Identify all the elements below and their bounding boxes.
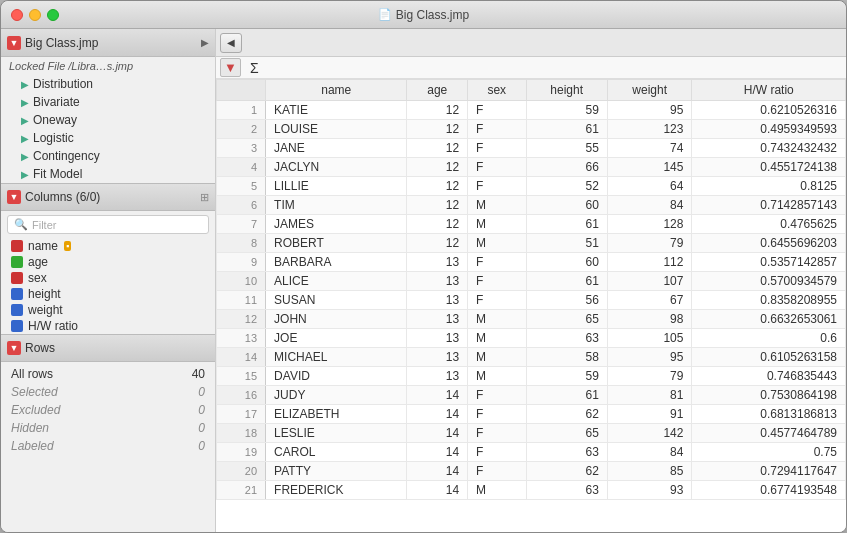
filter-dropdown-icon[interactable]: ▼ (220, 58, 241, 77)
menu-item-logistic[interactable]: ▶ Logistic (1, 129, 215, 147)
row-num-cell: 8 (217, 234, 266, 253)
cell-sex: F (468, 386, 526, 405)
maximize-button[interactable] (47, 9, 59, 21)
cell-age: 12 (407, 158, 468, 177)
sidebar-header-left: ▼ Big Class.jmp (7, 36, 98, 50)
col-header-age[interactable]: age (407, 80, 468, 101)
col-header-height[interactable]: height (526, 80, 607, 101)
row-num-cell: 9 (217, 253, 266, 272)
name-col-icon (11, 240, 23, 252)
data-scroll[interactable]: name age sex height weight H/W ratio 1 K… (216, 79, 846, 532)
cell-hwratio: 0.4577464789 (692, 424, 846, 443)
cell-height: 56 (526, 291, 607, 310)
cell-hwratio: 0.4959349593 (692, 120, 846, 139)
col-item-sex[interactable]: sex (1, 270, 215, 286)
close-button[interactable] (11, 9, 23, 21)
cell-sex: M (468, 234, 526, 253)
col-header-hwratio[interactable]: H/W ratio (692, 80, 846, 101)
menu-item-contingency[interactable]: ▶ Contingency (1, 147, 215, 165)
cell-height: 66 (526, 158, 607, 177)
cell-age: 13 (407, 272, 468, 291)
table-row: 13 JOE 13 M 63 105 0.6 (217, 329, 846, 348)
cell-sex: F (468, 177, 526, 196)
minimize-button[interactable] (29, 9, 41, 21)
excluded-label: Excluded (3, 402, 147, 418)
table-row: 17 ELIZABETH 14 F 62 91 0.6813186813 (217, 405, 846, 424)
cell-hwratio: 0.4765625 (692, 215, 846, 234)
cell-hwratio: 0.6632653061 (692, 310, 846, 329)
table-row: 5 LILLIE 12 F 52 64 0.8125 (217, 177, 846, 196)
cell-height: 65 (526, 310, 607, 329)
cell-hwratio: 0.5357142857 (692, 253, 846, 272)
cell-sex: M (468, 310, 526, 329)
cell-hwratio: 0.6210526316 (692, 101, 846, 120)
cell-name: JOHN (266, 310, 407, 329)
cell-sex: M (468, 329, 526, 348)
menu-item-fitmodel[interactable]: ▶ Fit Model (1, 165, 215, 183)
cell-name: BARBARA (266, 253, 407, 272)
row-num-cell: 10 (217, 272, 266, 291)
table-row: 12 JOHN 13 M 65 98 0.6632653061 (217, 310, 846, 329)
cell-name: JOE (266, 329, 407, 348)
data-toolbar: ◀ (216, 29, 846, 57)
col-item-name[interactable]: name ▪ (1, 238, 215, 254)
columns-collapse-button[interactable]: ▼ (7, 190, 21, 204)
sigma-button[interactable]: Σ (247, 60, 262, 76)
row-num-cell: 5 (217, 177, 266, 196)
cell-age: 14 (407, 462, 468, 481)
columns-filter-box[interactable]: 🔍 Filter (7, 215, 209, 234)
menu-item-oneway[interactable]: ▶ Oneway (1, 111, 215, 129)
cell-name: LOUISE (266, 120, 407, 139)
cell-name: KATIE (266, 101, 407, 120)
cell-sex: M (468, 215, 526, 234)
cell-weight: 85 (607, 462, 692, 481)
cell-age: 12 (407, 196, 468, 215)
cell-weight: 93 (607, 481, 692, 500)
menu-item-distribution[interactable]: ▶ Distribution (1, 75, 215, 93)
cell-age: 12 (407, 234, 468, 253)
col-header-name[interactable]: name (266, 80, 407, 101)
col-item-height[interactable]: height (1, 286, 215, 302)
rows-selected: Selected 0 (3, 384, 213, 400)
col-item-weight[interactable]: weight (1, 302, 215, 318)
cell-name: JACLYN (266, 158, 407, 177)
menu-items: ▶ Distribution ▶ Bivariate ▶ Oneway ▶ Lo… (1, 75, 215, 183)
cell-age: 13 (407, 367, 468, 386)
cell-height: 52 (526, 177, 607, 196)
cell-name: TIM (266, 196, 407, 215)
cell-weight: 91 (607, 405, 692, 424)
row-num-cell: 7 (217, 215, 266, 234)
rows-collapse-button[interactable]: ▼ (7, 341, 21, 355)
main-window: 📄 Big Class.jmp ▼ Big Class.jmp ▶ Locked… (0, 0, 847, 533)
back-button[interactable]: ◀ (220, 33, 242, 53)
allrows-value: 40 (149, 366, 213, 382)
cell-age: 13 (407, 310, 468, 329)
col-item-hwratio[interactable]: H/W ratio (1, 318, 215, 334)
cell-weight: 64 (607, 177, 692, 196)
rows-title: Rows (25, 341, 55, 355)
cell-hwratio: 0.75 (692, 443, 846, 462)
hidden-label: Hidden (3, 420, 147, 436)
rows-labeled: Labeled 0 (3, 438, 213, 454)
col-header-weight[interactable]: weight (607, 80, 692, 101)
cell-age: 13 (407, 291, 468, 310)
row-num-cell: 14 (217, 348, 266, 367)
col-item-age[interactable]: age (1, 254, 215, 270)
cell-height: 65 (526, 424, 607, 443)
cell-hwratio: 0.6813186813 (692, 405, 846, 424)
cell-hwratio: 0.4551724138 (692, 158, 846, 177)
columns-header-left: ▼ Columns (6/0) (7, 190, 100, 204)
cell-sex: F (468, 272, 526, 291)
col-header-sex[interactable]: sex (468, 80, 526, 101)
table-row: 3 JANE 12 F 55 74 0.7432432432 (217, 139, 846, 158)
cell-hwratio: 0.7530864198 (692, 386, 846, 405)
columns-grid-icon[interactable]: ⊞ (200, 191, 209, 204)
labeled-value: 0 (149, 438, 213, 454)
cell-sex: F (468, 443, 526, 462)
sidebar-expand-icon[interactable]: ▶ (201, 37, 209, 48)
cell-hwratio: 0.7294117647 (692, 462, 846, 481)
cell-weight: 112 (607, 253, 692, 272)
menu-item-bivariate[interactable]: ▶ Bivariate (1, 93, 215, 111)
cell-age: 14 (407, 443, 468, 462)
collapse-button[interactable]: ▼ (7, 36, 21, 50)
